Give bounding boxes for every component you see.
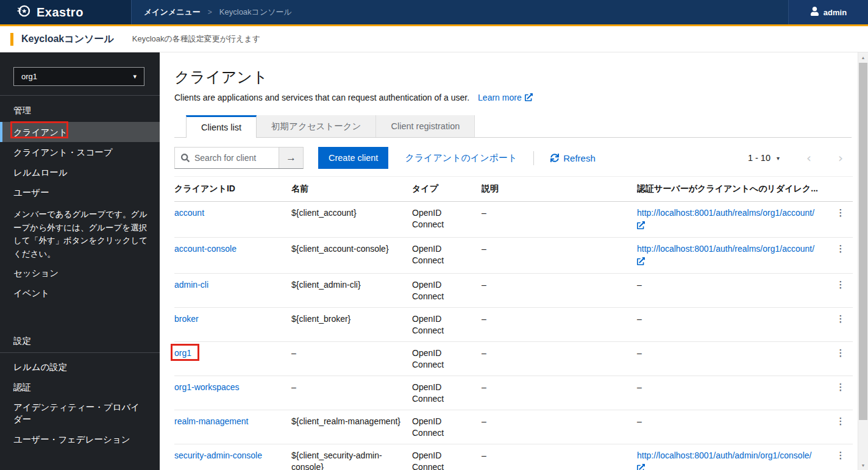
table-row: org1 – OpenID Connect – – ⋮ — [174, 342, 853, 376]
import-client-link[interactable]: クライアントのインポート — [405, 152, 517, 164]
client-id-link[interactable]: broker — [174, 314, 199, 324]
sidebar-item-realm-settings[interactable]: レルムの設定 — [0, 357, 160, 377]
create-client-button[interactable]: Create client — [318, 147, 388, 169]
client-description: – — [482, 342, 637, 376]
sidebar-item-client-scopes[interactable]: クライアント・スコープ — [0, 142, 160, 162]
nav-section-configure: 設定 — [0, 326, 160, 352]
client-name: ${client_security-admin-console} — [291, 444, 412, 470]
col-header-client-id[interactable]: クライアントID — [174, 177, 291, 202]
client-type: OpenID Connect — [412, 202, 482, 238]
kebab-menu-icon[interactable]: ⋮ — [836, 347, 845, 358]
chevron-down-icon: ▾ — [133, 73, 137, 80]
client-name: ${client_account-console} — [291, 238, 412, 274]
breadcrumb-separator-icon: > — [208, 8, 212, 16]
breadcrumb-main-menu[interactable]: メインメニュー — [144, 7, 201, 18]
user-name: admin — [824, 8, 847, 17]
pagination-next-button[interactable]: › — [838, 152, 843, 164]
client-redirect-empty: – — [637, 308, 828, 342]
user-icon — [810, 7, 819, 18]
user-menu[interactable]: admin — [788, 0, 868, 24]
kebab-menu-icon[interactable]: ⋮ — [836, 416, 845, 426]
client-id-link-org1[interactable]: org1 — [174, 348, 191, 358]
pagination-caret-icon[interactable]: ▾ — [777, 155, 780, 162]
client-id-link[interactable]: org1-workspaces — [174, 382, 240, 392]
client-description: – — [482, 308, 637, 342]
col-header-actions — [828, 177, 853, 202]
brand-logo[interactable]: Exastro — [0, 0, 132, 24]
search-submit-button[interactable]: → — [279, 148, 303, 168]
kebab-menu-icon[interactable]: ⋮ — [836, 313, 845, 324]
sidebar-item-authentication[interactable]: 認証 — [0, 377, 160, 397]
sidebar-item-sessions[interactable]: セッション — [0, 263, 160, 283]
kebab-menu-icon[interactable]: ⋮ — [836, 243, 845, 254]
kebab-menu-icon[interactable]: ⋮ — [836, 279, 845, 290]
client-id-link[interactable]: account — [174, 208, 204, 218]
pagination-range[interactable]: 1 - 10 — [748, 153, 770, 163]
toolbar-divider — [533, 151, 534, 165]
table-row: account-console ${client_account-console… — [174, 238, 853, 274]
client-description: – — [482, 202, 637, 238]
client-type: OpenID Connect — [412, 376, 482, 410]
client-description: – — [482, 238, 637, 274]
pagination-prev-button[interactable]: ‹ — [806, 152, 811, 164]
refresh-link[interactable]: Refresh — [550, 153, 596, 163]
kebab-menu-icon[interactable]: ⋮ — [836, 450, 845, 460]
brand-name: Exastro — [37, 5, 84, 20]
page-title: Keycloakコンソール — [21, 33, 114, 46]
toolbar: → Create client クライアントのインポート Refresh 1 -… — [174, 147, 852, 169]
kebab-menu-icon[interactable]: ⋮ — [836, 382, 845, 392]
realm-select[interactable]: org1 ▾ — [13, 67, 144, 86]
learn-more-label: Learn more — [478, 93, 522, 102]
breadcrumb-keycloak-console: Keycloakコンソール — [219, 7, 292, 18]
clients-description: Clients are applications and services th… — [174, 93, 852, 103]
tab-clients-list[interactable]: Clients list — [186, 115, 257, 138]
table-row: broker ${client_broker} OpenID Connect –… — [174, 308, 853, 342]
sidebar-item-identity-providers[interactable]: アイデンティティー・プロバイダー — [0, 397, 160, 429]
sidebar-item-realm-roles[interactable]: レルムロール — [0, 162, 160, 182]
search-input[interactable] — [175, 148, 279, 168]
refresh-label: Refresh — [563, 153, 596, 163]
tab-initial-access-token[interactable]: 初期アクセストークン — [257, 115, 376, 137]
external-link-icon[interactable] — [637, 463, 819, 470]
sidebar-item-user-federation[interactable]: ユーザー・フェデレーション — [0, 429, 160, 449]
redirect-uri-link[interactable]: http://localhost:8001/auth/realms/org1/a… — [637, 208, 814, 218]
client-id-link[interactable]: realm-management — [174, 416, 248, 426]
client-name: – — [291, 342, 412, 376]
redirect-uri-link[interactable]: http://localhost:8001/auth/admin/org1/co… — [637, 450, 811, 460]
client-description: – — [482, 376, 637, 410]
client-id-link[interactable]: account-console — [174, 244, 237, 254]
client-name: ${client_account} — [291, 202, 412, 238]
page-header: Keycloakコンソール Keycloakの各種設定変更が行えます — [0, 26, 868, 52]
scrollbar-thumb[interactable] — [859, 63, 867, 420]
client-id-link[interactable]: admin-cli — [174, 280, 208, 290]
client-type: OpenID Connect — [412, 342, 482, 376]
clients-title: クライアント — [174, 67, 852, 87]
kebab-menu-icon[interactable]: ⋮ — [836, 207, 845, 218]
vertical-scrollbar[interactable]: ▲ ▼ — [858, 52, 868, 470]
scroll-up-icon[interactable]: ▲ — [858, 52, 868, 62]
client-description: – — [482, 444, 637, 470]
tab-bar: Clients list 初期アクセストークン Client registrat… — [174, 115, 852, 138]
learn-more-link[interactable]: Learn more — [478, 93, 533, 102]
redirect-uri-link[interactable]: http://localhost:8001/auth/realms/org1/a… — [637, 244, 814, 254]
pagination: 1 - 10 ▾ ‹ › — [748, 152, 852, 164]
sidebar-item-users[interactable]: ユーザー — [0, 182, 160, 202]
sidebar-item-clients[interactable]: クライアント — [0, 122, 160, 142]
title-accent-bar — [10, 33, 13, 46]
client-name: – — [291, 376, 412, 410]
sidebar-item-groups[interactable]: メンバーであるグループです。グループから外すには、グループを選択して「外す」ボタ… — [0, 202, 160, 263]
sidebar-item-events[interactable]: イベント — [0, 283, 160, 303]
client-type: OpenID Connect — [412, 308, 482, 342]
col-header-name: 名前 — [291, 177, 412, 202]
client-id-link[interactable]: security-admin-console — [174, 450, 262, 460]
col-header-redirect-uri: 認証サーバーがクライアントへのリダイレク... — [637, 177, 828, 202]
sidebar: org1 ▾ 管理 クライアント クライアント・スコープ レルムロール ユーザー… — [0, 52, 160, 470]
external-link-icon[interactable] — [637, 221, 819, 232]
col-header-description: 説明 — [482, 177, 637, 202]
sidebar-item-clients-label: クライアント — [13, 127, 68, 137]
nav-section-manage: 管理 — [0, 96, 160, 122]
external-link-icon[interactable] — [637, 257, 819, 268]
client-description: – — [482, 410, 637, 444]
scroll-down-icon[interactable]: ▼ — [858, 460, 868, 470]
tab-client-registration[interactable]: Client registration — [376, 115, 475, 137]
